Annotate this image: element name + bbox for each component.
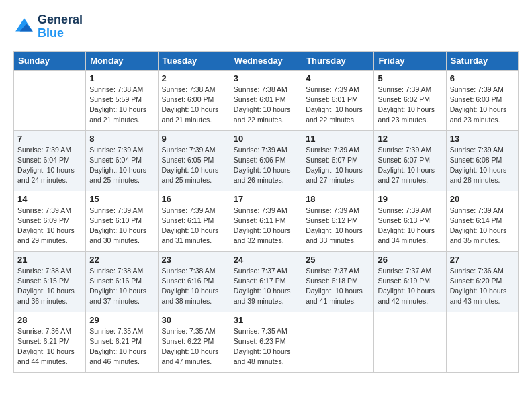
logo: General Blue bbox=[13, 13, 83, 40]
day-number: 12 bbox=[378, 134, 442, 144]
day-info: Sunrise: 7:39 AM Sunset: 6:14 PM Dayligh… bbox=[450, 205, 515, 246]
day-number: 20 bbox=[450, 194, 515, 204]
weekday-header: Thursday bbox=[302, 51, 374, 70]
day-number: 6 bbox=[450, 73, 515, 83]
calendar-cell: 31Sunrise: 7:35 AM Sunset: 6:23 PM Dayli… bbox=[230, 312, 302, 372]
calendar-cell: 11Sunrise: 7:39 AM Sunset: 6:07 PM Dayli… bbox=[302, 130, 374, 191]
day-number: 21 bbox=[17, 255, 82, 265]
day-info: Sunrise: 7:39 AM Sunset: 6:01 PM Dayligh… bbox=[306, 85, 370, 126]
weekday-header: Wednesday bbox=[230, 51, 302, 70]
calendar-cell: 22Sunrise: 7:38 AM Sunset: 6:16 PM Dayli… bbox=[86, 251, 158, 312]
calendar-cell: 26Sunrise: 7:37 AM Sunset: 6:19 PM Dayli… bbox=[374, 251, 446, 312]
day-info: Sunrise: 7:38 AM Sunset: 6:15 PM Dayligh… bbox=[17, 266, 82, 307]
calendar-cell: 21Sunrise: 7:38 AM Sunset: 6:15 PM Dayli… bbox=[14, 251, 86, 312]
day-info: Sunrise: 7:38 AM Sunset: 5:59 PM Dayligh… bbox=[89, 85, 154, 126]
day-number: 25 bbox=[306, 255, 370, 265]
calendar-cell: 6Sunrise: 7:39 AM Sunset: 6:03 PM Daylig… bbox=[446, 70, 518, 130]
calendar-cell bbox=[446, 312, 518, 372]
day-info: Sunrise: 7:39 AM Sunset: 6:07 PM Dayligh… bbox=[378, 145, 442, 186]
calendar-table: SundayMondayTuesdayWednesdayThursdayFrid… bbox=[13, 51, 519, 373]
weekday-header: Saturday bbox=[446, 51, 518, 70]
calendar-cell: 28Sunrise: 7:36 AM Sunset: 6:21 PM Dayli… bbox=[14, 312, 86, 372]
day-info: Sunrise: 7:39 AM Sunset: 6:04 PM Dayligh… bbox=[89, 145, 154, 186]
day-number: 13 bbox=[450, 134, 515, 144]
calendar-cell: 3Sunrise: 7:38 AM Sunset: 6:01 PM Daylig… bbox=[230, 70, 302, 130]
calendar-cell: 25Sunrise: 7:37 AM Sunset: 6:18 PM Dayli… bbox=[302, 251, 374, 312]
calendar-cell: 30Sunrise: 7:35 AM Sunset: 6:22 PM Dayli… bbox=[158, 312, 230, 372]
day-info: Sunrise: 7:38 AM Sunset: 6:00 PM Dayligh… bbox=[162, 85, 226, 126]
day-info: Sunrise: 7:38 AM Sunset: 6:16 PM Dayligh… bbox=[89, 266, 154, 307]
calendar-cell bbox=[14, 70, 86, 130]
calendar-cell: 14Sunrise: 7:39 AM Sunset: 6:09 PM Dayli… bbox=[14, 191, 86, 251]
day-number: 31 bbox=[234, 315, 298, 325]
day-info: Sunrise: 7:39 AM Sunset: 6:05 PM Dayligh… bbox=[162, 145, 226, 186]
weekday-header: Friday bbox=[374, 51, 446, 70]
day-info: Sunrise: 7:36 AM Sunset: 6:21 PM Dayligh… bbox=[17, 326, 82, 367]
day-number: 28 bbox=[17, 315, 82, 325]
day-info: Sunrise: 7:39 AM Sunset: 6:03 PM Dayligh… bbox=[450, 85, 515, 126]
day-info: Sunrise: 7:37 AM Sunset: 6:17 PM Dayligh… bbox=[234, 266, 298, 307]
day-info: Sunrise: 7:39 AM Sunset: 6:11 PM Dayligh… bbox=[234, 205, 298, 246]
day-info: Sunrise: 7:35 AM Sunset: 6:22 PM Dayligh… bbox=[162, 326, 226, 367]
calendar-cell: 27Sunrise: 7:36 AM Sunset: 6:20 PM Dayli… bbox=[446, 251, 518, 312]
day-number: 11 bbox=[306, 134, 370, 144]
calendar-cell: 12Sunrise: 7:39 AM Sunset: 6:07 PM Dayli… bbox=[374, 130, 446, 191]
day-info: Sunrise: 7:39 AM Sunset: 6:13 PM Dayligh… bbox=[378, 205, 442, 246]
day-info: Sunrise: 7:39 AM Sunset: 6:02 PM Dayligh… bbox=[378, 85, 442, 126]
day-number: 24 bbox=[234, 255, 298, 265]
day-info: Sunrise: 7:36 AM Sunset: 6:20 PM Dayligh… bbox=[450, 266, 515, 307]
calendar-cell: 18Sunrise: 7:39 AM Sunset: 6:12 PM Dayli… bbox=[302, 191, 374, 251]
calendar-cell: 15Sunrise: 7:39 AM Sunset: 6:10 PM Dayli… bbox=[86, 191, 158, 251]
weekday-header: Monday bbox=[86, 51, 158, 70]
day-info: Sunrise: 7:39 AM Sunset: 6:04 PM Dayligh… bbox=[17, 145, 82, 186]
day-info: Sunrise: 7:35 AM Sunset: 6:21 PM Dayligh… bbox=[89, 326, 154, 367]
day-number: 30 bbox=[162, 315, 226, 325]
weekday-header: Sunday bbox=[14, 51, 86, 70]
day-info: Sunrise: 7:38 AM Sunset: 6:01 PM Dayligh… bbox=[234, 85, 298, 126]
day-info: Sunrise: 7:39 AM Sunset: 6:11 PM Dayligh… bbox=[162, 205, 226, 246]
day-number: 16 bbox=[162, 194, 226, 204]
day-info: Sunrise: 7:38 AM Sunset: 6:16 PM Dayligh… bbox=[162, 266, 226, 307]
calendar-cell: 7Sunrise: 7:39 AM Sunset: 6:04 PM Daylig… bbox=[14, 130, 86, 191]
page-header: General Blue bbox=[13, 13, 519, 40]
weekday-header: Tuesday bbox=[158, 51, 230, 70]
calendar-cell: 1Sunrise: 7:38 AM Sunset: 5:59 PM Daylig… bbox=[86, 70, 158, 130]
day-number: 3 bbox=[234, 73, 298, 83]
calendar-cell: 20Sunrise: 7:39 AM Sunset: 6:14 PM Dayli… bbox=[446, 191, 518, 251]
day-number: 1 bbox=[89, 73, 154, 83]
calendar-cell: 24Sunrise: 7:37 AM Sunset: 6:17 PM Dayli… bbox=[230, 251, 302, 312]
calendar-cell: 23Sunrise: 7:38 AM Sunset: 6:16 PM Dayli… bbox=[158, 251, 230, 312]
day-info: Sunrise: 7:39 AM Sunset: 6:09 PM Dayligh… bbox=[17, 205, 82, 246]
day-number: 4 bbox=[306, 73, 370, 83]
day-number: 18 bbox=[306, 194, 370, 204]
day-info: Sunrise: 7:39 AM Sunset: 6:12 PM Dayligh… bbox=[306, 205, 370, 246]
day-number: 2 bbox=[162, 73, 226, 83]
day-number: 19 bbox=[378, 194, 442, 204]
calendar-cell bbox=[374, 312, 446, 372]
calendar-cell: 16Sunrise: 7:39 AM Sunset: 6:11 PM Dayli… bbox=[158, 191, 230, 251]
calendar-cell: 2Sunrise: 7:38 AM Sunset: 6:00 PM Daylig… bbox=[158, 70, 230, 130]
day-info: Sunrise: 7:39 AM Sunset: 6:10 PM Dayligh… bbox=[89, 205, 154, 246]
calendar-cell: 10Sunrise: 7:39 AM Sunset: 6:06 PM Dayli… bbox=[230, 130, 302, 191]
day-number: 10 bbox=[234, 134, 298, 144]
day-number: 7 bbox=[17, 134, 82, 144]
calendar-cell: 9Sunrise: 7:39 AM Sunset: 6:05 PM Daylig… bbox=[158, 130, 230, 191]
calendar-cell: 5Sunrise: 7:39 AM Sunset: 6:02 PM Daylig… bbox=[374, 70, 446, 130]
day-info: Sunrise: 7:39 AM Sunset: 6:08 PM Dayligh… bbox=[450, 145, 515, 186]
day-number: 15 bbox=[89, 194, 154, 204]
day-number: 22 bbox=[89, 255, 154, 265]
day-number: 14 bbox=[17, 194, 82, 204]
day-info: Sunrise: 7:35 AM Sunset: 6:23 PM Dayligh… bbox=[234, 326, 298, 367]
day-number: 27 bbox=[450, 255, 515, 265]
day-info: Sunrise: 7:39 AM Sunset: 6:06 PM Dayligh… bbox=[234, 145, 298, 186]
day-number: 26 bbox=[378, 255, 442, 265]
day-number: 17 bbox=[234, 194, 298, 204]
calendar-cell: 19Sunrise: 7:39 AM Sunset: 6:13 PM Dayli… bbox=[374, 191, 446, 251]
day-info: Sunrise: 7:37 AM Sunset: 6:19 PM Dayligh… bbox=[378, 266, 442, 307]
calendar-cell: 17Sunrise: 7:39 AM Sunset: 6:11 PM Dayli… bbox=[230, 191, 302, 251]
day-number: 5 bbox=[378, 73, 442, 83]
day-info: Sunrise: 7:39 AM Sunset: 6:07 PM Dayligh… bbox=[306, 145, 370, 186]
day-number: 29 bbox=[89, 315, 154, 325]
calendar-cell: 13Sunrise: 7:39 AM Sunset: 6:08 PM Dayli… bbox=[446, 130, 518, 191]
calendar-cell: 4Sunrise: 7:39 AM Sunset: 6:01 PM Daylig… bbox=[302, 70, 374, 130]
